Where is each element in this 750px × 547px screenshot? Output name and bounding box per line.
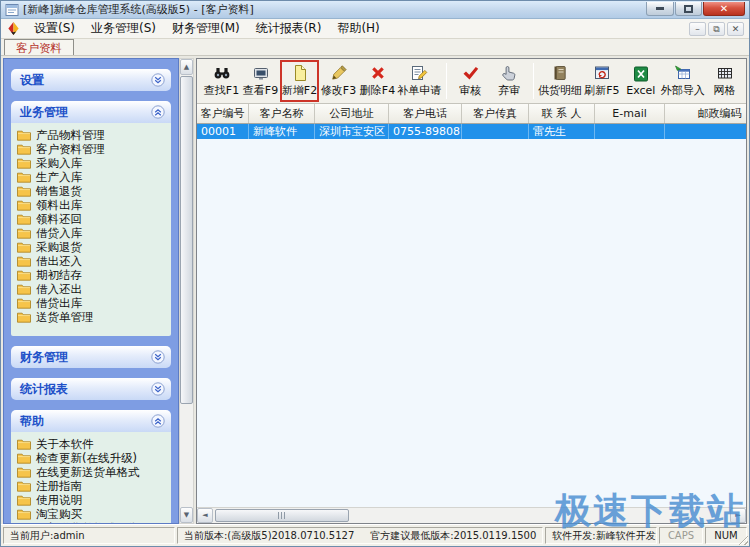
- app-logo-icon: [6, 21, 21, 36]
- menu-item[interactable]: 设置(S): [26, 18, 83, 39]
- toolbar-button-unaudit[interactable]: 弃审: [490, 60, 529, 102]
- sidebar-item[interactable]: 采购退货: [17, 240, 167, 254]
- tab-customer-info[interactable]: 客户资料: [4, 39, 74, 55]
- table-empty-area: [197, 139, 746, 507]
- sidebar-item[interactable]: 关于本软件: [17, 437, 167, 451]
- sidebar-item[interactable]: 使用说明: [17, 493, 167, 507]
- scroll-down-arrow[interactable]: ▼: [180, 507, 193, 523]
- hscroll-track[interactable]: [213, 508, 730, 523]
- sidebar-item[interactable]: 检查更新(在线升级): [17, 451, 167, 465]
- app-icon: [5, 3, 19, 17]
- sidebar-item-label: 借贷出库: [36, 296, 82, 311]
- mdi-restore-button[interactable]: ⧉: [708, 22, 725, 36]
- toolbar-button-supplement-request[interactable]: 补单申请: [397, 60, 442, 102]
- book-icon: [551, 64, 569, 82]
- sidebar-item[interactable]: 销售退货: [17, 184, 167, 198]
- sidebar-item[interactable]: 淘宝购买: [17, 507, 167, 521]
- chevron-double-down-icon[interactable]: [151, 382, 165, 396]
- sidebar-item[interactable]: 产品物料管理: [17, 128, 167, 142]
- toolbar-button-refresh[interactable]: 刷新F5: [582, 60, 621, 102]
- sidebar-group: 设置: [11, 69, 171, 91]
- sidebar-group-header[interactable]: 财务管理: [11, 346, 171, 368]
- column-header[interactable]: 客户名称: [249, 104, 315, 123]
- toolbar-button-delete[interactable]: 删除F4: [358, 60, 397, 102]
- mdi-close-button[interactable]: ✕: [727, 22, 744, 36]
- sidebar-group-header[interactable]: 统计报表: [11, 378, 171, 400]
- scroll-right-arrow[interactable]: ►: [730, 508, 746, 523]
- sidebar-scroll-thumb[interactable]: [180, 76, 193, 404]
- sidebar-item[interactable]: 在线更新送货单格式: [17, 465, 167, 479]
- column-header[interactable]: 邮政编码: [665, 104, 746, 123]
- sidebar-item[interactable]: 借贷入库: [17, 226, 167, 240]
- sidebar-item[interactable]: 领料还回: [17, 212, 167, 226]
- toolbar-button-edit[interactable]: 修改F3: [319, 60, 358, 102]
- sidebar-group-header[interactable]: 帮助: [11, 410, 171, 432]
- edit-brush-icon: [330, 64, 348, 82]
- table-cell: 0755-89808745: [389, 124, 462, 139]
- hand-icon: [500, 64, 518, 82]
- sidebar-item[interactable]: 送货单管理: [17, 310, 167, 324]
- sidebar-item-label: 生产入库: [36, 170, 82, 185]
- table-row[interactable]: 00001新峰软件深圳市宝安区0755-89808745雷先生: [197, 124, 746, 139]
- sidebar-item-label: 采购退货: [36, 240, 82, 255]
- scroll-left-arrow[interactable]: ◄: [197, 508, 213, 523]
- toolbar-button-supply-detail[interactable]: 供货明细: [538, 60, 583, 102]
- table-horizontal-scrollbar[interactable]: ◄ ►: [197, 507, 746, 523]
- sidebar-item[interactable]: 客户资料管理: [17, 142, 167, 156]
- sidebar-item-label: 借贷入库: [36, 226, 82, 241]
- sidebar-group: 统计报表: [11, 378, 171, 400]
- column-header[interactable]: 联 系 人: [529, 104, 595, 123]
- toolbar-button-excel[interactable]: Excel: [621, 61, 660, 101]
- toolbar-button-audit[interactable]: 审核: [451, 60, 490, 102]
- toolbar-button-label: 补单申请: [397, 83, 441, 98]
- column-header[interactable]: 客户电话: [389, 104, 462, 123]
- toolbar-button-new[interactable]: 新增F2: [280, 60, 319, 102]
- sidebar-item[interactable]: 借贷出库: [17, 296, 167, 310]
- sidebar-group-header[interactable]: 业务管理: [11, 101, 171, 123]
- toolbar-button-label: 外部导入: [661, 83, 705, 98]
- sidebar-group-title: 财务管理: [20, 349, 68, 366]
- chevron-double-down-icon[interactable]: [151, 350, 165, 364]
- chevron-double-down-icon[interactable]: [151, 73, 165, 87]
- mdi-minimize-button[interactable]: –: [689, 22, 706, 36]
- monitor-icon: [252, 64, 270, 82]
- chevron-double-up-icon[interactable]: [151, 414, 165, 428]
- minimize-icon: [656, 7, 664, 10]
- sidebar-item[interactable]: 领料出库: [17, 198, 167, 212]
- maximize-button[interactable]: [675, 2, 702, 16]
- toolbar-button-grid[interactable]: 网格: [705, 60, 744, 102]
- sidebar-item[interactable]: 生产入库: [17, 170, 167, 184]
- menu-item[interactable]: 统计报表(R): [248, 18, 330, 39]
- sidebar-item[interactable]: 借入还出: [17, 282, 167, 296]
- sidebar-group-title: 业务管理: [20, 104, 68, 121]
- sidebar-item[interactable]: 注册指南: [17, 479, 167, 493]
- import-grid-icon: [674, 64, 692, 82]
- sidebar-group-header[interactable]: 设置: [11, 69, 171, 91]
- column-header[interactable]: E-mail: [595, 104, 665, 123]
- toolbar-button-label: 审核: [459, 83, 481, 98]
- folder-icon: [17, 129, 31, 141]
- sidebar-item[interactable]: 采购入库: [17, 156, 167, 170]
- minimize-button[interactable]: [646, 2, 674, 16]
- toolbar-button-label: 查找F1: [204, 83, 239, 98]
- toolbar: 查找F1查看F9新增F2修改F3删除F4补单申请审核弃审供货明细刷新F5Exce…: [197, 59, 746, 104]
- table-header-row: 客户编号客户名称公司地址客户电话客户传真联 系 人E-mail邮政编码: [197, 104, 746, 124]
- toolbar-button-find[interactable]: 查找F1: [202, 60, 241, 102]
- sidebar-scrollbar[interactable]: ▲ ▼: [179, 58, 194, 524]
- sidebar-item[interactable]: 借出还入: [17, 254, 167, 268]
- toolbar-button-view[interactable]: 查看F9: [241, 60, 280, 102]
- column-header[interactable]: 客户传真: [462, 104, 529, 123]
- close-button[interactable]: ✕: [703, 2, 745, 16]
- menu-item[interactable]: 帮助(H): [329, 18, 387, 39]
- scroll-up-arrow[interactable]: ▲: [180, 59, 193, 75]
- column-header[interactable]: 公司地址: [315, 104, 389, 123]
- content-area: 设置业务管理产品物料管理客户资料管理采购入库生产入库销售退货领料出库领料还回借贷…: [1, 56, 749, 524]
- chevron-double-up-icon[interactable]: [151, 105, 165, 119]
- column-header[interactable]: 客户编号: [197, 104, 249, 123]
- menu-item[interactable]: 业务管理(S): [83, 18, 164, 39]
- sidebar-scroll-track[interactable]: [180, 75, 193, 507]
- toolbar-button-external-import[interactable]: 外部导入: [660, 60, 705, 102]
- menu-item[interactable]: 财务管理(M): [164, 18, 248, 39]
- sidebar-item[interactable]: 期初结存: [17, 268, 167, 282]
- hscroll-thumb[interactable]: [215, 509, 349, 522]
